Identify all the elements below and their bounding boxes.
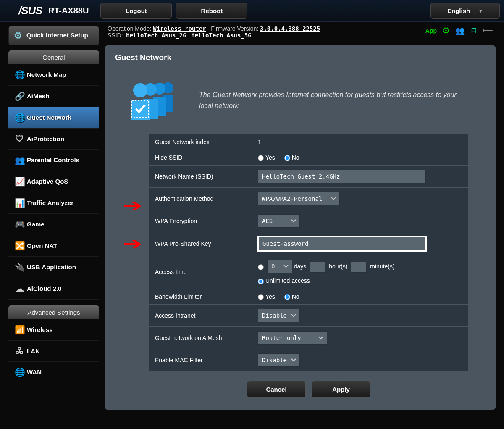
guest-group-icon [128,79,182,121]
sidebar-general-header: General [8,50,99,64]
access-unlimited-radio[interactable]: Unlimited access [258,277,310,284]
users-icon[interactable]: 👥 [455,26,465,35]
sidebar-item-wireless[interactable]: 📶Wireless [8,319,99,341]
sidebar-item-aiprotection[interactable]: 🛡AiProtection [8,129,99,150]
label-access-time: Access time [149,255,252,289]
ssid2-link[interactable]: HelloTech Asus_5G [191,32,251,39]
cancel-button[interactable]: Cancel [247,381,306,398]
monitor-icon[interactable]: 🖥 [470,26,477,35]
sidebar-item-wan[interactable]: 🌐WAN [8,362,99,383]
users-icon: 👥 [13,155,27,165]
label-index: Guest Network index [149,134,252,150]
label-intranet: Access Intranet [149,304,252,326]
hide-ssid-yes[interactable]: Yes [258,154,275,161]
sidebar-item-network-map[interactable]: 🌐Network Map [8,64,99,86]
sidebar-advanced-list: 📶Wireless 🖧LAN 🌐WAN [8,319,99,383]
gauge-icon: 📈 [13,176,27,187]
psk-input[interactable] [258,237,426,251]
label-psk: WPA Pre-Shared Key [149,232,252,255]
op-mode-link[interactable]: Wireless router [153,25,206,32]
label-encryption: WPA Encryption [149,210,252,232]
chevron-down-icon: ▼ [478,8,483,13]
sidebar-item-aicloud[interactable]: ☁AiCloud 2.0 [8,278,99,300]
panel: Guest Network The Guest Network [105,45,496,410]
sidebar-item-usb[interactable]: 🔌USB Application [8,257,99,278]
controller-icon: 🎮 [13,219,27,229]
chart-icon: 📊 [13,198,27,208]
highlight-arrow-icon: ➔ [123,196,143,215]
nat-icon: 🔀 [13,241,27,251]
content: Operation Mode: Wireless router Firmware… [105,22,504,410]
model-label: RT-AX88U [48,6,89,16]
usb-status-icon[interactable]: ⟵ [482,26,493,35]
fw-label: Firmware Version: [211,25,258,32]
fw-link[interactable]: 3.0.0.4.388_22525 [260,25,320,32]
bw-yes[interactable]: Yes [258,293,275,300]
ssid-label: SSID: [108,32,123,39]
sidebar-advanced-header: Advanced Settings [8,305,99,319]
encryption-select[interactable]: AES [258,214,300,228]
sidebar-item-qos[interactable]: 📈Adaptive QoS [8,171,99,192]
usb-icon: 🔌 [13,262,27,272]
auth-method-select[interactable]: WPA/WPA2-Personal [258,192,340,205]
sidebar-item-lan[interactable]: 🖧LAN [8,341,99,362]
mesh-icon: 🔗 [13,91,27,101]
op-mode-label: Operation Mode: [108,25,151,32]
aimesh-select[interactable]: Router only [258,331,327,345]
quick-internet-setup-button[interactable]: ⚙ Quick Internet Setup [8,26,99,45]
ssid1-link[interactable]: HelloTech Asus_2G [126,32,186,39]
brand-logo: /SUS [4,4,48,17]
ssid-input[interactable] [258,170,426,183]
value-index: 1 [252,134,469,150]
intro-text: The Guest Network provides Internet conn… [199,89,468,111]
highlight-arrow-icon: ➔ [123,234,143,253]
sidebar-item-traffic[interactable]: 📊Traffic Analyzer [8,192,99,214]
svg-point-3 [133,83,147,97]
label-auth-method: Authentication Method [149,188,252,210]
language-dropdown[interactable]: English ▼ [430,3,500,19]
label-ssid: Network Name (SSID) [149,166,252,188]
label-hide-ssid: Hide SSID [149,150,252,166]
sidebar-item-aimesh[interactable]: 🔗AiMesh [8,86,99,107]
top-bar: /SUS RT-AX88U Logout Reboot English ▼ [0,0,504,22]
logout-button[interactable]: Logout [100,3,172,19]
access-days-select[interactable]: 0 [267,260,292,273]
hide-ssid-no[interactable]: No [284,154,299,161]
sidebar-item-open-nat[interactable]: 🔀Open NAT [8,235,99,257]
mac-filter-select[interactable]: Disable [258,353,300,367]
access-hours-input[interactable] [310,262,326,273]
info-bar: Operation Mode: Wireless router Firmware… [105,22,496,45]
shield-icon: 🛡 [13,134,27,144]
sidebar-item-game[interactable]: 🎮Game [8,214,99,235]
wifi-icon: 📶 [13,325,27,335]
access-minutes-input[interactable] [351,262,367,273]
bw-no[interactable]: No [284,293,299,300]
config-table: Guest Network index 1 Hide SSID Yes No N… [149,134,469,371]
gear-icon: ⚙ [14,30,26,42]
label-aimesh: Guest network on AiMesh [149,326,252,349]
sidebar-item-parental[interactable]: 👥Parental Controls [8,150,99,171]
apply-button[interactable]: Apply [312,381,370,398]
language-label: English [447,7,470,14]
cloud-icon: ☁ [13,284,27,294]
intranet-select[interactable]: Disable [258,309,300,322]
globe-icon: 🌐 [13,70,27,80]
sidebar-item-guest-network[interactable]: 🌐Guest Network [8,107,99,129]
settings-icon[interactable]: ⚙ [442,25,450,36]
sidebar-general-list: 🌐Network Map 🔗AiMesh 🌐Guest Network 🛡AiP… [8,64,99,300]
page-title: Guest Network [115,53,486,70]
label-bw-limiter: Bandwidth Limiter [149,289,252,304]
reboot-button[interactable]: Reboot [176,3,247,19]
access-time-limited-radio[interactable] [258,264,264,270]
label-mac-filter: Enable MAC Filter [149,349,252,371]
intro-block: The Guest Network provides Internet conn… [115,70,486,134]
sidebar: ⚙ Quick Internet Setup General 🌐Network … [0,22,105,410]
wan-icon: 🌐 [13,367,27,377]
guest-icon: 🌐 [13,113,27,123]
app-link[interactable]: App [425,27,437,34]
lan-icon: 🖧 [13,346,27,356]
